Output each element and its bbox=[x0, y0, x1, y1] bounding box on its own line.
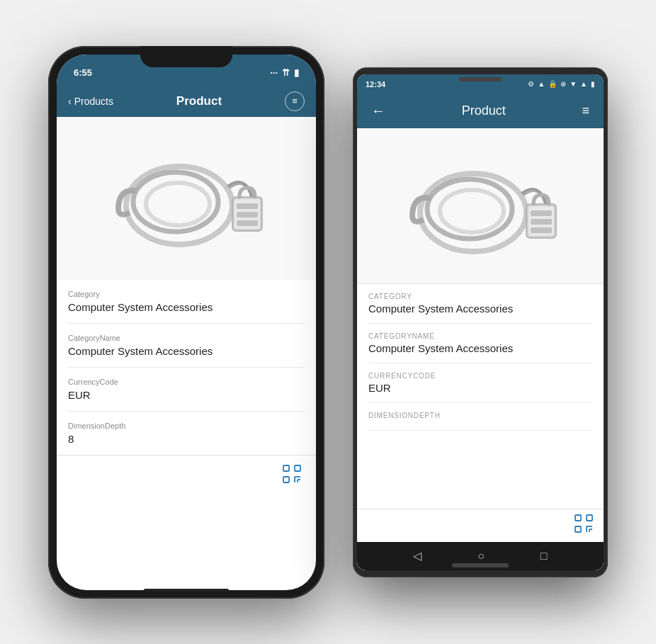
android-wifi-icon: ▼ bbox=[570, 80, 577, 88]
ios-filter-button[interactable]: ≡ bbox=[285, 91, 305, 111]
ios-back-label: Products bbox=[74, 96, 113, 107]
ios-home-indicator bbox=[144, 589, 229, 592]
ios-back-button[interactable]: ‹ Products bbox=[68, 96, 113, 107]
android-label-currencycode: CURRENCYCODE bbox=[368, 372, 592, 380]
value-category: Computer System Accessories bbox=[68, 301, 305, 313]
android-detail-row-currencycode: CURRENCYCODE EUR bbox=[368, 363, 592, 403]
detail-row-categoryname: CategoryName Computer System Accessories bbox=[68, 324, 305, 368]
svg-rect-22 bbox=[531, 227, 552, 233]
android-sync-icon: ⊕ bbox=[560, 80, 566, 88]
android-detail-row-categoryname: CATEGORYNAME Computer System Accessories bbox=[368, 324, 592, 363]
scene: 6:55 ··· ⇈ ▮ ‹ Products Product ≡ bbox=[20, 18, 636, 627]
ios-dots-icon: ··· bbox=[270, 67, 278, 78]
android-content: CATEGORY Computer System Accessories CAT… bbox=[357, 128, 604, 542]
svg-rect-23 bbox=[575, 515, 581, 521]
android-cable-lock-illustration bbox=[388, 142, 572, 269]
android-label-categoryname: CATEGORYNAME bbox=[368, 332, 592, 340]
ios-status-icons: ··· ⇈ ▮ bbox=[270, 67, 299, 78]
label-categoryname: CategoryName bbox=[68, 334, 305, 342]
android-filter-button[interactable]: ≡ bbox=[577, 101, 594, 121]
svg-rect-10 bbox=[283, 477, 289, 482]
detail-row-dimensiondepth: DimensionDepth 8 bbox=[68, 412, 305, 455]
label-currencycode: CurrencyCode bbox=[68, 378, 305, 386]
android-alert-icon: ▲ bbox=[538, 80, 545, 88]
android-back-nav-icon[interactable]: ◁ bbox=[413, 549, 422, 563]
android-recents-nav-icon[interactable]: □ bbox=[541, 550, 548, 563]
android-back-button[interactable]: ← bbox=[367, 100, 390, 122]
android-page-title: Product bbox=[462, 103, 506, 118]
android-detail-row-category: CATEGORY Computer System Accessories bbox=[368, 284, 592, 324]
ios-wifi-icon: ⇈ bbox=[282, 67, 290, 78]
label-category: Category bbox=[68, 290, 305, 298]
android-settings-icon: ⚙ bbox=[528, 80, 534, 88]
svg-rect-9 bbox=[295, 465, 300, 471]
android-bottom-bar bbox=[357, 509, 604, 542]
cable-lock-illustration bbox=[94, 135, 278, 262]
ios-battery-icon: ▮ bbox=[294, 67, 299, 78]
svg-rect-8 bbox=[283, 465, 289, 471]
android-time: 12:34 bbox=[366, 80, 385, 89]
ios-bottom-bar bbox=[57, 455, 316, 501]
android-speaker-bottom bbox=[452, 563, 509, 567]
android-screen: 12:34 ⚙ ▲ 🔒 ⊕ ▼ ▲ ▮ ← Product ≡ bbox=[357, 74, 604, 570]
android-label-category: CATEGORY bbox=[368, 293, 592, 300]
android-label-dimensiondepth: DIMENSIONDEPTH bbox=[368, 412, 592, 419]
ios-notch bbox=[140, 46, 232, 67]
value-currencycode: EUR bbox=[68, 389, 305, 401]
label-dimensiondepth: DimensionDepth bbox=[68, 422, 305, 430]
svg-point-17 bbox=[440, 190, 504, 232]
android-status-icons: ⚙ ▲ 🔒 ⊕ ▼ ▲ ▮ bbox=[528, 80, 595, 88]
svg-rect-24 bbox=[587, 515, 592, 521]
android-value-currencycode: EUR bbox=[368, 382, 592, 394]
android-product-image bbox=[357, 128, 604, 284]
svg-rect-6 bbox=[237, 212, 258, 218]
android-nav-bar: ← Product ≡ bbox=[357, 94, 604, 128]
android-battery-icon: ▮ bbox=[591, 80, 595, 88]
ios-phone: 6:55 ··· ⇈ ▮ ‹ Products Product ≡ bbox=[48, 46, 324, 599]
svg-rect-20 bbox=[531, 210, 552, 216]
android-signal-icon: ▲ bbox=[580, 80, 587, 88]
ios-product-details: Category Computer System Accessories Cat… bbox=[57, 280, 316, 455]
svg-rect-21 bbox=[531, 219, 552, 225]
svg-rect-5 bbox=[237, 203, 258, 209]
android-detail-row-dimensiondepth: DIMENSIONDEPTH bbox=[368, 403, 592, 431]
android-value-categoryname: Computer System Accessories bbox=[368, 342, 592, 354]
ios-menu-icon: ≡ bbox=[292, 96, 298, 106]
android-value-category: Computer System Accessories bbox=[368, 303, 592, 315]
ios-page-title: Product bbox=[176, 94, 222, 108]
android-lock-icon: 🔒 bbox=[548, 80, 557, 88]
svg-rect-25 bbox=[575, 526, 581, 532]
android-speaker-top bbox=[459, 77, 502, 81]
ios-product-image bbox=[57, 117, 316, 280]
detail-row-currencycode: CurrencyCode EUR bbox=[68, 368, 305, 412]
ios-time: 6:55 bbox=[74, 67, 92, 78]
svg-rect-7 bbox=[237, 220, 258, 226]
ios-nav-bar: ‹ Products Product ≡ bbox=[57, 86, 316, 117]
value-categoryname: Computer System Accessories bbox=[68, 345, 305, 357]
android-product-details: CATEGORY Computer System Accessories CAT… bbox=[357, 284, 604, 509]
ios-chevron-left-icon: ‹ bbox=[68, 96, 72, 107]
svg-point-2 bbox=[146, 183, 210, 225]
detail-row-category: Category Computer System Accessories bbox=[68, 280, 305, 324]
android-scan-button[interactable] bbox=[574, 514, 594, 536]
android-phone: 12:34 ⚙ ▲ 🔒 ⊕ ▼ ▲ ▮ ← Product ≡ bbox=[353, 67, 608, 577]
ios-screen: 6:55 ··· ⇈ ▮ ‹ Products Product ≡ bbox=[57, 55, 316, 590]
android-home-nav-icon[interactable]: ○ bbox=[477, 550, 485, 563]
ios-scan-button[interactable] bbox=[279, 461, 305, 487]
value-dimensiondepth: 8 bbox=[68, 433, 305, 445]
